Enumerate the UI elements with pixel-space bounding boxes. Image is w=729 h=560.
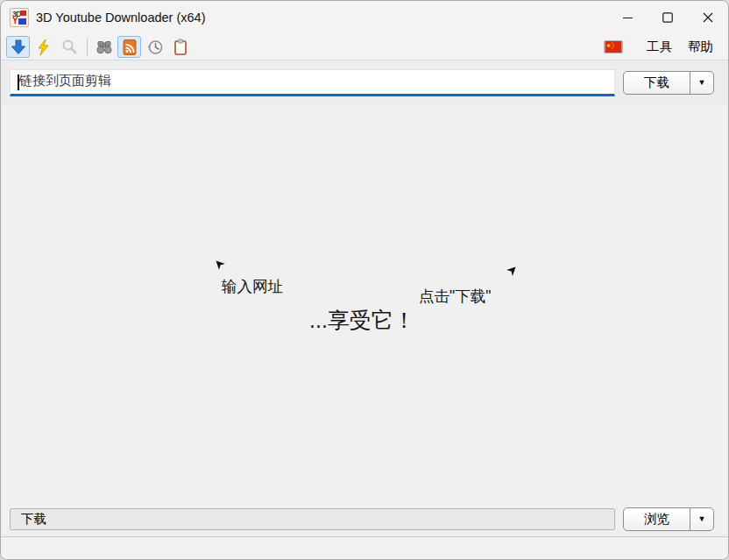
- window-title: 3D Youtube Downloader (x64): [36, 11, 205, 25]
- download-button[interactable]: 下载: [624, 72, 690, 94]
- toolbar-right: 工具 帮助: [604, 36, 721, 58]
- toolbar-convert-button[interactable]: [32, 36, 55, 58]
- app-window: 3D Y 3D Youtube Downloader (x64): [0, 0, 729, 560]
- hint-enjoy: ...享受它！: [309, 306, 415, 335]
- rss-icon: [121, 39, 138, 56]
- china-flag-icon[interactable]: [604, 40, 623, 53]
- window-controls: [607, 1, 728, 34]
- titlebar: 3D Y 3D Youtube Downloader (x64): [1, 1, 728, 34]
- url-input-wrap: [10, 69, 615, 96]
- toolbar-feed-button[interactable]: [117, 36, 141, 58]
- close-button[interactable]: [688, 1, 728, 34]
- hint-click-download: 点击"下载": [419, 286, 491, 307]
- toolbar: 工具 帮助: [1, 34, 728, 60]
- menu-help[interactable]: 帮助: [680, 36, 721, 58]
- toolbar-separator: [87, 39, 88, 56]
- toolbar-find-button[interactable]: [92, 36, 116, 58]
- toolbar-download-button[interactable]: [6, 36, 30, 58]
- browse-button[interactable]: 浏览: [624, 508, 690, 530]
- url-input[interactable]: [10, 69, 615, 96]
- status-bar: [1, 536, 728, 559]
- maximize-icon: [662, 12, 673, 23]
- minimize-button[interactable]: [607, 1, 648, 34]
- maximize-button[interactable]: [648, 1, 688, 34]
- cursor-arrow-nw-icon: [216, 260, 227, 272]
- menu-tools[interactable]: 工具: [639, 36, 680, 58]
- hint-enter-url: 输入网址: [222, 276, 283, 297]
- clipboard-icon: [172, 39, 189, 56]
- download-split-button: 下载 ▼: [623, 71, 714, 95]
- toolbar-search-button[interactable]: [57, 36, 81, 58]
- download-dropdown-arrow-icon[interactable]: ▼: [690, 72, 713, 94]
- clock-history-icon: [146, 39, 164, 56]
- browse-split-button: 浏览 ▼: [623, 507, 714, 531]
- main-area: 输入网址 点击"下载" ...享受它！: [1, 104, 728, 501]
- magnifier-icon: [60, 39, 78, 56]
- text-caret: [18, 74, 19, 90]
- binoculars-icon: [96, 39, 113, 56]
- url-row: 下载 ▼: [1, 60, 728, 104]
- browse-dropdown-arrow-icon[interactable]: ▼: [690, 508, 713, 530]
- bottom-row: 下载 浏览 ▼: [1, 501, 728, 536]
- download-arrow-icon: [10, 39, 27, 56]
- close-icon: [703, 12, 713, 23]
- lightning-icon: [35, 39, 53, 56]
- toolbar-history-button[interactable]: [143, 36, 166, 58]
- cursor-arrow-ne-icon: [505, 266, 516, 278]
- app-logo-icon: 3D Y: [10, 8, 29, 27]
- save-path-field[interactable]: 下载: [10, 508, 615, 530]
- toolbar-clipboard-button[interactable]: [168, 36, 192, 58]
- minimize-icon: [623, 13, 633, 23]
